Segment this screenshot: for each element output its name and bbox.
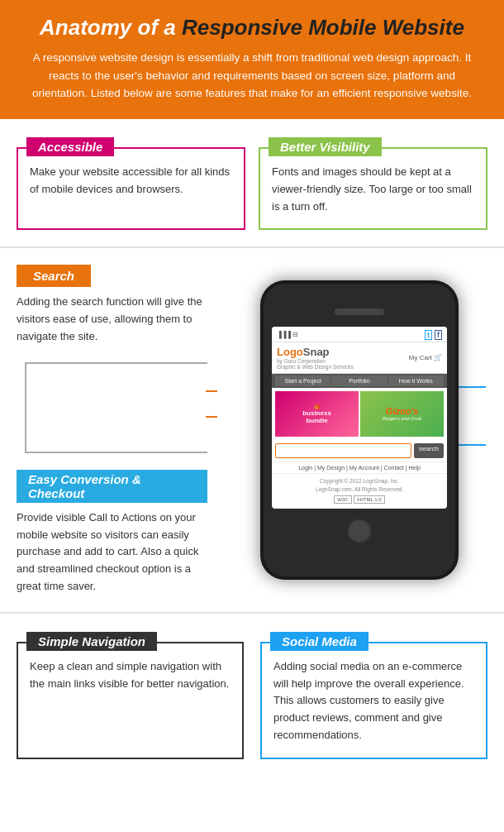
connector-line-search bbox=[206, 390, 217, 392]
promo-text-1: 🎁 businessbundle bbox=[302, 404, 331, 424]
social-media-text: Adding social media on an e-commerce wil… bbox=[273, 658, 474, 744]
nav-item-how[interactable]: How it Works bbox=[388, 375, 444, 386]
screen-footer: Copyright © 2012 LogoSnap, Inc. LogoSnap… bbox=[272, 474, 447, 509]
nav-item-portfolio[interactable]: Portfolio bbox=[331, 375, 387, 386]
promo-image-1: 🎁 businessbundle bbox=[275, 391, 359, 437]
w3c-badge: W3C XHTML 1.0 bbox=[275, 495, 444, 504]
logo-text: LogoSnap bbox=[277, 346, 354, 358]
main-title: Anatomy of a Responsive Mobile Website bbox=[17, 15, 487, 41]
bottom-section: Simple Navigation Keep a clean and simpl… bbox=[0, 614, 504, 776]
simple-navigation-text: Keep a clean and simple navigation with … bbox=[30, 658, 231, 693]
social-media-box: Social Media Adding social media on an e… bbox=[260, 642, 487, 759]
screen-status-bar: ▐▐▐ ⊟ t f bbox=[272, 327, 447, 342]
top-boxes-section: Accessible Make your website accessible … bbox=[0, 119, 504, 248]
phone-screen: ▐▐▐ ⊟ t f LogoSnap by Guru CorporationGr… bbox=[272, 327, 447, 509]
phone-home-button[interactable] bbox=[347, 519, 372, 543]
accessible-box: Accessible Make your website accessible … bbox=[17, 147, 245, 230]
cart-label: My Cart 🛒 bbox=[409, 354, 442, 361]
middle-section: Search Adding the search function will g… bbox=[0, 248, 504, 613]
nav-item-project[interactable]: Start a Project bbox=[275, 375, 330, 386]
promo-text-2: Gizno's Burgers and Grub bbox=[383, 406, 422, 421]
signal-indicator: ▐▐▐ ⊟ bbox=[277, 331, 298, 338]
accessible-label: Accessible bbox=[26, 137, 114, 156]
left-column: Search Adding the search function will g… bbox=[0, 248, 219, 611]
logo-sub: by Guru CorporationGraphic & Web Design … bbox=[277, 358, 354, 370]
screen-logo: LogoSnap by Guru CorporationGraphic & We… bbox=[277, 346, 354, 370]
header-description: A responsive website design is essential… bbox=[21, 49, 483, 103]
screen-links: Login | My Design | My Account | Contact… bbox=[272, 461, 447, 474]
social-media-label: Social Media bbox=[270, 632, 368, 651]
accessible-text: Make your website accessible for all kin… bbox=[30, 164, 232, 198]
connector-line-search2 bbox=[206, 416, 217, 418]
easy-label-wrap: Easy Conversion & Checkout bbox=[17, 470, 207, 503]
screen-search-input[interactable] bbox=[275, 443, 411, 458]
phone-speaker bbox=[335, 308, 384, 315]
phone-column: ▐▐▐ ⊟ t f LogoSnap by Guru CorporationGr… bbox=[219, 248, 504, 611]
twitter-icon: t bbox=[425, 330, 432, 340]
screen-logo-bar: LogoSnap by Guru CorporationGraphic & We… bbox=[272, 342, 447, 374]
screen-navigation: Start a Project Portfolio How it Works bbox=[272, 374, 447, 388]
search-label-wrap: Search bbox=[17, 265, 207, 287]
search-label: Search bbox=[17, 265, 91, 287]
title-emphasis: Responsive Mobile Website bbox=[182, 15, 464, 40]
easy-description: Provide visible Call to Actions on your … bbox=[17, 509, 207, 595]
header-section: Anatomy of a Responsive Mobile Website A… bbox=[0, 0, 504, 119]
screen-images: 🎁 businessbundle Gizno's Burgers and Gru… bbox=[272, 388, 447, 440]
search-description: Adding the search function will give the… bbox=[17, 294, 207, 345]
visibility-label: Better Visibility bbox=[269, 137, 382, 156]
screen-search-bar: search bbox=[272, 440, 447, 461]
social-icons: t f bbox=[425, 330, 442, 340]
visibility-text: Fonts and images should be kept at a vie… bbox=[272, 164, 474, 215]
phone-frame: ▐▐▐ ⊟ t f LogoSnap by Guru CorporationGr… bbox=[260, 280, 459, 581]
connector-box bbox=[25, 362, 207, 453]
visibility-box: Better Visibility Fonts and images shoul… bbox=[259, 147, 487, 230]
simple-navigation-label: Simple Navigation bbox=[26, 632, 157, 651]
facebook-icon: f bbox=[435, 330, 442, 340]
simple-navigation-box: Simple Navigation Keep a clean and simpl… bbox=[17, 642, 244, 759]
promo-image-2: Gizno's Burgers and Grub bbox=[360, 391, 444, 437]
easy-label: Easy Conversion & Checkout bbox=[17, 470, 207, 503]
screen-search-button[interactable]: search bbox=[414, 443, 444, 458]
